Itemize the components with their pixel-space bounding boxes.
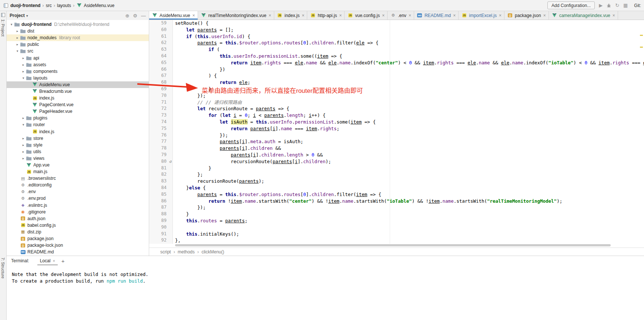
code-line-72[interactable]: 72 let recursionRoute = parents => {	[149, 105, 644, 112]
tree-item-layouts[interactable]: ▾layouts	[7, 75, 149, 81]
tree-item-env[interactable]: ⚙.env	[7, 188, 149, 195]
tree-item-pageheader-vue[interactable]: PageHeader.vue	[7, 108, 149, 115]
tree-chevron-icon[interactable]: ▸	[21, 137, 26, 140]
tree-item-plugins[interactable]: ▸plugins	[7, 115, 149, 121]
project-panel-title[interactable]: Project	[10, 13, 25, 18]
editor-tab-readme-md[interactable]: MDREADME.md×	[414, 11, 459, 20]
run-icon[interactable]: ▶	[599, 3, 603, 8]
close-tab-icon[interactable]: ×	[192, 13, 195, 18]
tree-item-index-js[interactable]: JSindex.js	[7, 128, 149, 135]
close-terminal-tab-icon[interactable]: ×	[53, 259, 55, 263]
code-line-75[interactable]: 75 return parents[i].name === item.right…	[149, 125, 644, 132]
tree-chevron-icon[interactable]: ▾	[21, 76, 26, 80]
tree-item-dist-zip[interactable]: ▦dist.zip	[7, 229, 149, 235]
tree-item-pagecontent-vue[interactable]: PageContent.vue	[7, 101, 149, 108]
code-line-66[interactable]: 66 })	[149, 66, 644, 73]
new-terminal-tab-button[interactable]: +	[61, 258, 65, 264]
editor-tab-http-api-js[interactable]: JShttp-api.js×	[307, 11, 345, 20]
hide-panel-icon[interactable]: —	[141, 13, 146, 18]
tree-item-babel-config-js[interactable]: JSbabel.config.js	[7, 222, 149, 229]
tree-item-views[interactable]: ▸views	[7, 155, 149, 162]
line-number[interactable]: 59	[149, 20, 173, 27]
git-label[interactable]: Git:	[634, 3, 641, 8]
locate-icon[interactable]: ⊕	[125, 13, 129, 18]
line-number[interactable]: 92	[149, 237, 173, 244]
tree-item-api[interactable]: ▸api	[7, 54, 149, 61]
tree-item-assets[interactable]: ▸assets	[7, 61, 149, 68]
code-line-60[interactable]: 60 let parents = [];	[149, 27, 644, 33]
tree-chevron-icon[interactable]: ▸	[21, 116, 26, 120]
settings-gear-icon[interactable]: ⚙	[133, 13, 137, 18]
tree-item-duoji-frontend[interactable]: ▾duoji-frontendD:\zheheWeb\duoji-fronten…	[7, 21, 149, 28]
code-line-63[interactable]: 63 if (	[149, 46, 644, 53]
bug-icon[interactable]	[607, 3, 611, 8]
close-tab-icon[interactable]: ×	[382, 13, 385, 18]
breadcrumb-item-duoji-frontend[interactable]: duoji-frontend	[3, 3, 40, 8]
tree-chevron-icon[interactable]: ▾	[21, 123, 26, 127]
tree-item-style[interactable]: ▸style	[7, 142, 149, 148]
editor-tab-env[interactable]: ⚙.env×	[388, 11, 414, 20]
editor-tab-realtimemonitoring-index-vue[interactable]: realTimeMonitoring\index.vue×	[198, 11, 274, 20]
close-tab-icon[interactable]: ×	[269, 13, 271, 18]
breadcrumb-item-layouts[interactable]: layouts	[57, 3, 71, 8]
tree-chevron-icon[interactable]: ▸	[21, 156, 26, 160]
line-number[interactable]: 72	[149, 105, 173, 112]
tree-item-router[interactable]: ▾router	[7, 121, 149, 128]
editor-tab-importexcel-js[interactable]: JSimportExcel.js×	[459, 11, 504, 20]
code-line-79[interactable]: 79 parents[i].children.length > 0 &&	[149, 152, 644, 158]
code-line-59[interactable]: 59setRoute() {	[149, 20, 644, 27]
line-number[interactable]: 62	[149, 40, 173, 46]
code-line-67[interactable]: 67 ) {	[149, 73, 644, 79]
line-number[interactable]: 80↺	[149, 158, 173, 165]
code-line-64[interactable]: 64 this.userInfo.permissionList.some((it…	[149, 53, 644, 60]
horizontal-scrollbar[interactable]	[149, 244, 644, 247]
code-line-62[interactable]: 62 parents = this.$router.options.routes…	[149, 40, 644, 46]
stripe-structure-button[interactable]: 7: Structure	[1, 257, 5, 279]
code-line-89[interactable]: 89 this.routes = parents;	[149, 218, 644, 224]
editor-tab-package-json[interactable]: {}package.json×	[504, 11, 549, 20]
tree-item-breadcrumb-vue[interactable]: Breadcrumb.vue	[7, 88, 149, 95]
code-line-84[interactable]: 84 }else {	[149, 185, 644, 191]
line-number[interactable]: 74	[149, 119, 173, 125]
line-number[interactable]: 83	[149, 178, 173, 185]
close-tab-icon[interactable]: ×	[409, 13, 411, 18]
tool-window-icon[interactable]	[1, 13, 5, 17]
tree-item-src[interactable]: ▾src	[7, 48, 149, 54]
line-number[interactable]: 87	[149, 204, 173, 211]
line-number[interactable]: 86	[149, 198, 173, 205]
terminal-output[interactable]: Note that the development build is not o…	[7, 266, 644, 284]
editor-tab-index-js[interactable]: JSindex.js×	[274, 11, 308, 20]
add-configuration-button[interactable]: Add Configuration...	[547, 1, 595, 9]
line-number[interactable]: 85	[149, 191, 173, 198]
code-line-77[interactable]: 77 parents[i].meta.auth = isAuth;	[149, 138, 644, 145]
tree-item-store[interactable]: ▸store	[7, 135, 149, 142]
editor-tab-asidemenu-vue[interactable]: AsideMenu.vue×	[149, 11, 198, 20]
code-breadcrumb-script[interactable]: script	[160, 249, 171, 255]
line-number[interactable]: 63	[149, 46, 173, 53]
tree-chevron-icon[interactable]: ▸	[15, 43, 20, 46]
line-number[interactable]: 70	[149, 92, 173, 99]
close-tab-icon[interactable]: ×	[613, 13, 615, 18]
code-line-76[interactable]: 76 });	[149, 132, 644, 139]
line-number[interactable]: 75	[149, 125, 173, 132]
line-number[interactable]: 69	[149, 86, 173, 92]
line-number[interactable]: 65	[149, 60, 173, 66]
code-line-65[interactable]: 65 return item.rights === ele.name && el…	[149, 60, 644, 66]
close-tab-icon[interactable]: ×	[453, 13, 456, 18]
refresh-icon[interactable]: ↻	[615, 3, 619, 8]
line-number[interactable]: 67	[149, 73, 173, 79]
line-number[interactable]: 77	[149, 138, 173, 145]
code-line-88[interactable]: 88 }	[149, 211, 644, 218]
tree-item-env-prod[interactable]: ⚙.env.prod	[7, 195, 149, 202]
code-line-78[interactable]: 78 parents[i].children &&	[149, 145, 644, 152]
stripe-project-button[interactable]: 1: Project	[1, 19, 5, 36]
line-number[interactable]: 78	[149, 145, 173, 152]
code-line-71[interactable]: 71 // // 递归权限路由	[149, 99, 644, 106]
breadcrumb-item-asidemenu-vue[interactable]: AsideMenu.vue	[76, 3, 114, 8]
tree-item-node-modules[interactable]: ▸node_moduleslibrary root	[7, 34, 149, 41]
code-line-91[interactable]: 91 this.initialKeys();	[149, 231, 644, 238]
line-number[interactable]: 79	[149, 152, 173, 158]
code-line-83[interactable]: 83 recursionRoute(parents);	[149, 178, 644, 185]
line-number[interactable]: 71	[149, 99, 173, 106]
tree-item-asidemenu-vue[interactable]: AsideMenu.vue	[7, 81, 149, 88]
